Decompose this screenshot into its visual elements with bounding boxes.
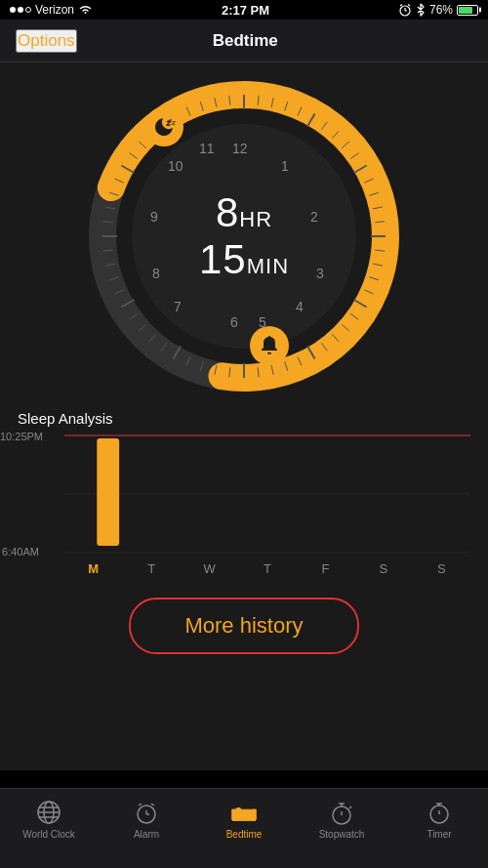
globe-icon [36,800,61,825]
nav-title: Bedtime [213,31,278,51]
clock-hours: 8 [216,189,239,235]
svg-text:Zz: Zz [167,118,176,127]
svg-line-84 [151,804,154,806]
clock-face: 12 1 2 3 4 5 6 7 8 9 10 11 8HR 15MIN [132,124,356,349]
chart-y-labels: 10:25PM 6:40AM [0,431,45,558]
svg-line-3 [400,5,402,7]
sleep-analysis-title: Sleep Analysis [18,410,470,427]
clock-num-7: 7 [174,299,182,314]
day-labels: M T W T F S S [64,558,470,580]
clock-num-9: 9 [150,209,158,225]
clock-hours-unit: HR [239,207,272,231]
tab-bedtime[interactable]: Bedtime [195,795,293,840]
clock-num-1: 1 [281,158,289,174]
clock-time: 8HR 15MIN [199,189,289,282]
clock-num-8: 8 [152,266,160,281]
dot1 [10,7,16,13]
y-label-top: 10:25PM [0,431,45,442]
bluetooth-icon [416,3,426,17]
battery-fill [459,7,472,14]
world-clock-tab-icon [35,799,62,826]
bedtime-tab-icon [230,799,258,826]
clock-container: 12 1 2 3 4 5 6 7 8 9 10 11 8HR 15MIN [88,80,400,393]
timer-tab-icon [426,799,453,826]
dot3 [25,7,31,13]
clock-num-4: 4 [296,299,304,314]
clock-minutes-unit: MIN [247,254,289,278]
carrier-label: Verizon [35,3,74,17]
chart-container [64,431,470,558]
options-button[interactable]: Options [16,29,77,53]
main-content: 12 1 2 3 4 5 6 7 8 9 10 11 8HR 15MIN [0,62,488,770]
battery-icon [457,5,478,16]
svg-rect-88 [252,809,256,820]
svg-rect-74 [97,438,119,546]
y-label-bottom: 6:40AM [0,546,45,558]
alarm-tab-icon [133,799,160,826]
tab-stopwatch[interactable]: Stopwatch [293,795,390,840]
svg-point-89 [236,807,242,813]
day-T2: T [238,561,296,576]
day-T1: T [122,561,180,576]
clock-num-3: 3 [316,266,324,281]
clock-section: 12 1 2 3 4 5 6 7 8 9 10 11 8HR 15MIN [0,62,488,402]
day-M: M [64,561,122,576]
clock-minutes: 15 [199,236,247,282]
clock-time-display: 8HR 15MIN [195,189,293,283]
tab-world-clock-label: World Clock [22,829,75,840]
status-left: Verizon [10,3,93,17]
stopwatch-tab-icon [328,799,355,826]
status-time: 2:17 PM [222,3,269,18]
battery-percent: 76% [429,3,453,17]
status-bar: Verizon 2:17 PM 76% [0,0,488,20]
bell-icon [259,335,280,356]
signal-dots [10,7,31,13]
tab-world-clock[interactable]: World Clock [0,795,98,840]
tab-alarm[interactable]: Alarm [98,795,195,840]
tab-timer[interactable]: Timer [390,795,488,840]
bed-icon [230,802,258,823]
clock-num-6: 6 [230,314,238,330]
tab-bedtime-label: Bedtime [226,829,263,840]
clock-numbers-ring: 12 1 2 3 4 5 6 7 8 9 10 11 8HR 15MIN [146,139,342,334]
svg-line-4 [408,5,410,7]
tab-stopwatch-label: Stopwatch [319,829,365,840]
svg-line-83 [139,804,142,806]
svg-line-94 [349,806,351,808]
tab-bar: World Clock Alarm Bedtime [0,788,488,868]
tab-alarm-label: Alarm [134,829,159,840]
day-S2: S [413,561,470,576]
chart-svg [64,431,470,558]
day-W: W [181,561,238,576]
alarm-icon-button[interactable] [250,326,289,365]
chart-area: 10:25PM 6:40AM M T W T F [0,431,488,580]
sleep-icon[interactable]: Z Z Zz [144,107,183,146]
svg-rect-87 [232,809,236,820]
moon-shape: Zz [152,115,176,139]
status-right: 76% [398,3,478,17]
day-F: F [297,561,354,576]
alarm-status-icon [398,3,412,17]
stopwatch-icon [329,800,354,825]
wifi-icon [78,4,93,16]
clock-num-12: 12 [232,141,248,156]
more-history-section: More history [0,580,488,662]
svg-point-70 [268,336,270,338]
sleep-analysis-section: Sleep Analysis [0,402,488,427]
clock-num-2: 2 [310,209,318,225]
timer-icon [427,800,452,825]
more-history-button[interactable]: More history [129,598,358,654]
clock-num-11: 11 [199,141,215,156]
dot2 [18,7,23,13]
tab-timer-label: Timer [427,829,451,840]
clock-num-10: 10 [168,158,183,174]
more-history-label: More history [184,613,303,638]
day-S1: S [354,561,412,576]
alarm-clock-icon [134,800,159,825]
nav-bar: Options Bedtime [0,20,488,62]
